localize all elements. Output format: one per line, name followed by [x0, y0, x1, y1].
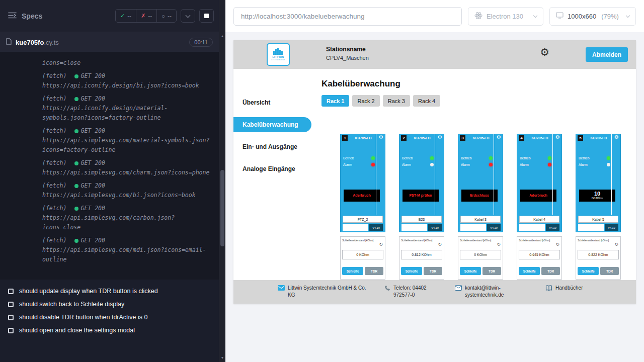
- success-dot-icon: [74, 129, 78, 133]
- card-settings-gear-icon[interactable]: ⚙: [438, 135, 442, 140]
- fetch-tag: (fetch): [42, 71, 66, 81]
- footer-manuals[interactable]: Handbücher: [545, 285, 583, 292]
- betrieb-label: Betrieb: [343, 156, 354, 160]
- stop-button[interactable]: [199, 9, 214, 23]
- success-dot-icon: [74, 207, 78, 211]
- runner-scrollbar[interactable]: ▲ ▼: [219, 0, 225, 362]
- tab-rack-4[interactable]: Rack 4: [413, 95, 440, 107]
- scrollbar-thumb[interactable]: [220, 170, 224, 246]
- viewport-selector[interactable]: 1000x660 (79%): [549, 7, 636, 26]
- cable-name-field: Kabel 5: [578, 216, 618, 223]
- betrieb-label: Betrieb: [461, 156, 472, 160]
- card-settings-gear-icon[interactable]: ⚙: [497, 135, 501, 140]
- log-entry[interactable]: (fetch)GET 200 https://api.simplesvg.com…: [42, 204, 211, 232]
- card-settings-gear-icon[interactable]: ⚙: [614, 135, 619, 140]
- url-input[interactable]: http://localhost:3000/kabelueberwachung: [233, 7, 462, 26]
- refresh-icon[interactable]: ↻: [497, 242, 501, 247]
- schleife-button[interactable]: Schleife: [342, 267, 363, 275]
- url-text: http://localhost:3000/kabelueberwachung: [241, 13, 364, 20]
- browser-name: Electron 130: [487, 13, 523, 20]
- success-dot-icon: [74, 184, 78, 188]
- schleife-button[interactable]: Schleife: [578, 267, 599, 275]
- specs-menu-label: Specs: [22, 12, 42, 20]
- tdr-button[interactable]: TDR: [424, 267, 442, 275]
- schleife-button[interactable]: Schleife: [460, 267, 481, 275]
- sidebar-item-kabelueberwachung[interactable]: Kabelüberwachung: [233, 117, 311, 132]
- tdr-button[interactable]: TDR: [541, 267, 560, 275]
- device-panel: ⚙ 4 KÜ705-FO Betrieb Alarm: [517, 134, 562, 232]
- schleife-button[interactable]: Schleife: [519, 267, 540, 275]
- log-entry[interactable]: (fetch)GET 200 https://api.simplesvg.com…: [42, 181, 211, 200]
- cable-name-field: B23: [401, 216, 442, 223]
- test-item[interactable]: should open and close the settings modal: [0, 324, 219, 337]
- scroll-down-icon[interactable]: ▼: [219, 356, 225, 359]
- panel-divider: [376, 134, 376, 215]
- test-title: should switch back to Schleife display: [19, 301, 124, 308]
- tdr-button[interactable]: TDR: [600, 267, 619, 275]
- slot-number: 1: [342, 135, 348, 141]
- status-display: PST-M prüfen: [403, 190, 439, 202]
- refresh-icon[interactable]: ↻: [379, 242, 383, 247]
- app-sidebar: Übersicht Kabelüberwachung Ein- und Ausg…: [233, 69, 311, 280]
- measurement-label: Schleifenwiderstand [kOhm]: [342, 239, 376, 242]
- stat-passed: ✓ --: [116, 10, 136, 22]
- tdr-button[interactable]: TDR: [365, 267, 383, 275]
- betrieb-led: [489, 156, 493, 160]
- log-entry[interactable]: (fetch)GET 200 https://api.iconify.desig…: [42, 94, 211, 123]
- test-item[interactable]: should switch back to Schleife display: [0, 298, 219, 311]
- led-rows: Betrieb Alarm: [341, 155, 385, 168]
- refresh-icon[interactable]: ↻: [555, 242, 559, 247]
- refresh-icon[interactable]: ↻: [438, 242, 442, 247]
- tdr-button[interactable]: TDR: [482, 267, 501, 275]
- settings-gear-icon[interactable]: ⚙: [540, 47, 549, 57]
- app-footer: Littwin Systemtechnik GmbH & Co. KG Tele…: [233, 280, 636, 304]
- log-entry[interactable]: (fetch)GET 200 https://api.iconify.desig…: [42, 71, 211, 90]
- device-cards: ⚙ 1 KÜ705-FO Betrieb Alarm: [340, 134, 636, 280]
- mode-buttons: Schleife TDR: [519, 267, 560, 275]
- version-row: V4.19: [578, 224, 618, 231]
- phone-number[interactable]: Telefon: 04402 972577-0: [393, 285, 446, 298]
- version-row: V4.19: [519, 224, 559, 231]
- card-settings-gear-icon[interactable]: ⚙: [555, 135, 560, 140]
- email-address[interactable]: kontakt@littwin-systemtechnik.de: [465, 285, 515, 298]
- device-card: ⚙ 5 KÜ706-FO Betrieb Alarm: [576, 134, 621, 280]
- logo-text: LITTWIN: [272, 55, 284, 58]
- panel-divider: [494, 134, 494, 215]
- firmware-version: V4.19: [605, 224, 618, 231]
- stat-pending: ○ --: [156, 10, 176, 22]
- test-item[interactable]: should disable TDR button when tdrActive…: [0, 311, 219, 324]
- pending-circle-icon: ○: [162, 13, 165, 19]
- firmware-version: V4.19: [546, 224, 559, 231]
- test-item[interactable]: should update display when TDR button is…: [0, 285, 219, 298]
- measurement-label: Schleifenwiderstand [kOhm]: [401, 239, 435, 242]
- logout-button[interactable]: Abmelden: [586, 47, 628, 62]
- fetch-tag: (fetch): [42, 158, 66, 168]
- passed-count: --: [127, 13, 131, 20]
- passed-check-icon: ✓: [120, 13, 125, 19]
- tab-rack-2[interactable]: Rack 2: [352, 95, 379, 107]
- tab-rack-3[interactable]: Rack 3: [383, 95, 410, 107]
- device-card: ⚙ 4 KÜ705-FO Betrieb Alarm: [517, 134, 562, 280]
- log-entry[interactable]: (fetch)GET 200 https://api.simplesvg.com…: [42, 236, 211, 264]
- tab-rack-1[interactable]: Rack 1: [321, 95, 349, 107]
- sidebar-item-uebersicht[interactable]: Übersicht: [233, 95, 311, 110]
- scroll-up-icon[interactable]: ▲: [219, 34, 225, 38]
- spare-field: [343, 224, 368, 231]
- request-url: https://api.iconify.design/material-symb…: [42, 104, 211, 123]
- manuals-link[interactable]: Handbücher: [555, 285, 583, 292]
- sidebar-item-analoge-eingaenge[interactable]: Analoge Eingänge: [233, 161, 311, 176]
- spare-field: [578, 224, 604, 231]
- sidebar-item-ein-und-ausgaenge[interactable]: Ein- und Ausgänge: [233, 139, 311, 154]
- browser-selector[interactable]: Electron 130: [468, 7, 543, 26]
- success-dot-icon: [74, 74, 78, 78]
- specs-menu-button[interactable]: Specs: [5, 12, 45, 20]
- card-settings-gear-icon[interactable]: ⚙: [379, 135, 383, 140]
- collapse-button[interactable]: [181, 9, 195, 23]
- fetch-tag: (fetch): [42, 204, 66, 213]
- stop-icon: [204, 14, 209, 18]
- schleife-button[interactable]: Schleife: [401, 267, 422, 275]
- log-entry[interactable]: (fetch)GET 200 https://api.simplesvg.com…: [42, 158, 211, 177]
- status-display: 10 ISO MOhm: [579, 190, 615, 202]
- refresh-icon[interactable]: ↻: [614, 242, 618, 247]
- log-entry[interactable]: (fetch)GET 200 https://api.simplesvg.com…: [42, 126, 211, 155]
